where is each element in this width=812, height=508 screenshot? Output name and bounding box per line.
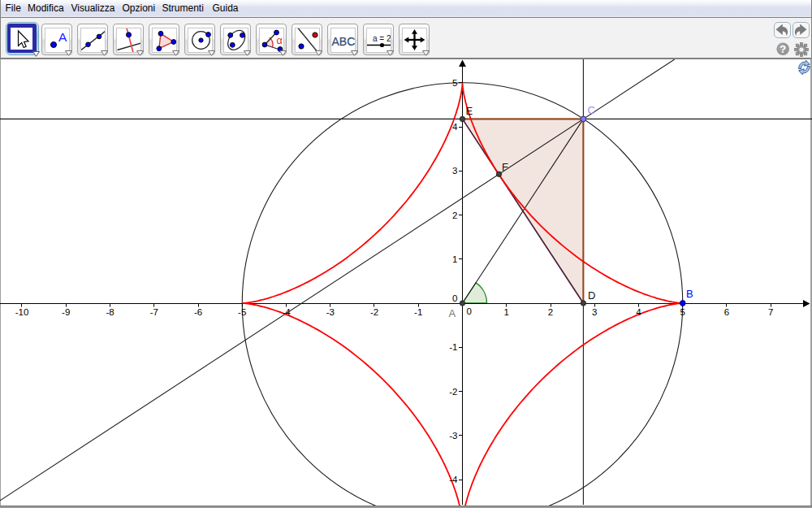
svg-text:0: 0: [467, 306, 472, 316]
svg-text:?: ?: [780, 43, 786, 55]
svg-text:-10: -10: [15, 307, 29, 317]
svg-text:-4: -4: [282, 307, 291, 317]
svg-text:-5: -5: [238, 307, 246, 317]
svg-text:0: 0: [452, 293, 457, 303]
svg-text:5: 5: [452, 78, 457, 88]
svg-text:2: 2: [548, 307, 553, 317]
svg-text:D: D: [588, 289, 595, 302]
svg-text:α: α: [276, 35, 282, 46]
svg-text:-1: -1: [414, 307, 422, 317]
svg-text:3: 3: [592, 307, 597, 317]
svg-text:2: 2: [452, 211, 457, 220]
svg-text:-2: -2: [370, 307, 378, 317]
svg-text:1: 1: [504, 307, 509, 317]
svg-text:E: E: [466, 105, 473, 117]
svg-text:3: 3: [452, 166, 457, 176]
svg-text:C: C: [588, 104, 595, 116]
svg-text:-3: -3: [449, 431, 457, 441]
svg-text:a = 2: a = 2: [373, 33, 391, 42]
svg-text:-9: -9: [62, 307, 70, 317]
svg-text:4: 4: [452, 122, 458, 132]
svg-text:-8: -8: [106, 307, 114, 317]
svg-text:ABC: ABC: [331, 34, 355, 47]
svg-text:-3: -3: [326, 307, 335, 317]
svg-text:-4: -4: [449, 475, 458, 484]
svg-text:F: F: [502, 161, 508, 173]
svg-text:1: 1: [452, 254, 457, 264]
svg-text:7: 7: [768, 307, 773, 317]
svg-text:A: A: [58, 29, 67, 43]
svg-text:4: 4: [636, 307, 641, 317]
svg-text:-1: -1: [449, 342, 457, 352]
svg-text:A: A: [449, 307, 456, 319]
svg-text:-6: -6: [194, 307, 202, 317]
svg-text:B: B: [686, 288, 693, 300]
svg-text:-2: -2: [449, 387, 457, 397]
svg-text:6: 6: [724, 307, 729, 317]
svg-text:-7: -7: [150, 307, 158, 317]
svg-text:5: 5: [680, 307, 685, 317]
